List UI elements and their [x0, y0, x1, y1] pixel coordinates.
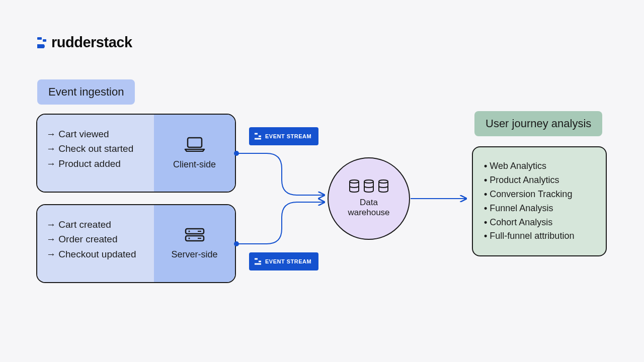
ingestion-server-events: Cart created Order created Checkout upda… — [37, 205, 154, 282]
section-title-analysis: User journey analysis — [474, 111, 602, 136]
analysis-box: Web Analytics Product Analytics Conversi… — [472, 146, 607, 256]
ingestion-server-box: Cart created Order created Checkout upda… — [36, 204, 236, 283]
svg-rect-1 — [43, 39, 46, 42]
database-icon — [349, 179, 360, 195]
server-icon — [185, 228, 205, 244]
database-icon-row — [349, 179, 389, 195]
svg-rect-2 — [188, 138, 202, 147]
section-title-ingestion: Event ingestion — [37, 79, 135, 105]
analysis-item: Cohort Analysis — [484, 216, 595, 230]
analysis-item: Full-funnel attribution — [484, 229, 595, 243]
warehouse-label-line: warehouse — [348, 208, 389, 217]
event-item: Check out started — [46, 141, 145, 156]
ingestion-server-label: Server-side — [171, 249, 217, 260]
ingestion-client-label: Client-side — [173, 159, 216, 170]
analysis-item: Product Analytics — [484, 173, 595, 188]
event-item: Cart viewed — [46, 127, 145, 141]
warehouse-label-line: Data — [360, 198, 378, 207]
data-warehouse-label: Data warehouse — [348, 198, 389, 218]
event-stream-badge-client: EVENT STREAM — [249, 127, 318, 145]
svg-point-6 — [188, 237, 190, 239]
svg-point-10 — [364, 180, 373, 183]
event-item: Product added — [46, 156, 145, 171]
svg-point-11 — [379, 180, 388, 183]
brand-logo: rudderstack — [37, 34, 132, 51]
event-item: Order created — [46, 232, 145, 246]
event-stream-badge-server: EVENT STREAM — [249, 252, 318, 270]
event-item: Checkout updated — [46, 247, 145, 261]
database-icon — [378, 179, 389, 195]
analysis-item: Conversion Tracking — [484, 188, 595, 202]
laptop-icon — [184, 137, 205, 154]
svg-point-9 — [350, 180, 359, 183]
data-warehouse-node: Data warehouse — [328, 157, 410, 240]
brand-logo-mark — [37, 37, 46, 48]
database-icon — [363, 179, 374, 195]
ingestion-server-label-area: Server-side — [154, 205, 235, 282]
event-item: Cart created — [46, 217, 145, 232]
analysis-item: Funnel Analysis — [484, 202, 595, 216]
ingestion-client-events: Cart viewed Check out started Product ad… — [37, 115, 154, 192]
svg-rect-0 — [37, 37, 42, 40]
svg-point-5 — [188, 230, 190, 232]
analysis-item: Web Analytics — [484, 159, 595, 173]
ingestion-client-box: Cart viewed Check out started Product ad… — [36, 114, 236, 193]
brand-logo-text: rudderstack — [51, 34, 132, 51]
ingestion-client-label-area: Client-side — [154, 115, 235, 192]
